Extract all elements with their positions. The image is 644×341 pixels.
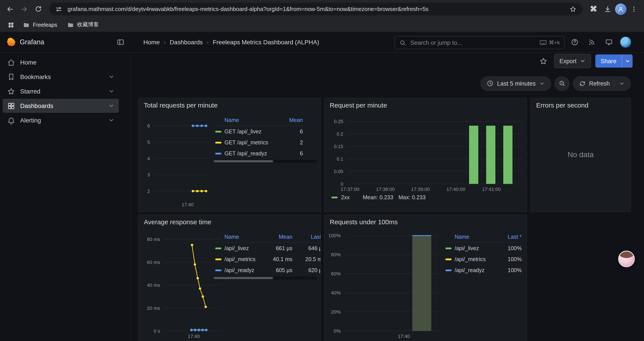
sidebar-item-label: Alerting — [20, 117, 41, 124]
browser-menu-button[interactable] — [627, 3, 640, 16]
svg-text:17:40: 17:40 — [398, 333, 410, 339]
panel-title[interactable]: Total requests per minute — [138, 98, 320, 110]
downloads-button[interactable] — [601, 3, 614, 16]
chevron-down-icon[interactable] — [108, 117, 114, 123]
search-input[interactable] — [410, 39, 536, 46]
assistant-avatar-floating[interactable] — [618, 251, 635, 267]
legend-row[interactable]: /api/_metrics 40.1 ms 20.5 ms — [215, 254, 321, 265]
svg-text:17:40: 17:40 — [182, 202, 194, 207]
news-button[interactable] — [586, 36, 598, 48]
svg-text:80%: 80% — [331, 252, 341, 257]
legend-col-mean[interactable]: Mean — [280, 117, 303, 123]
divider — [614, 79, 615, 88]
series-name: /api/_livez — [224, 245, 249, 251]
refresh-button[interactable]: Refresh — [589, 80, 610, 87]
dock-menu-button[interactable] — [114, 36, 127, 48]
legend-col-mean[interactable]: Mean — [266, 234, 292, 240]
legend-col-name[interactable]: Name — [446, 234, 494, 240]
chevron-down-icon[interactable] — [108, 74, 114, 80]
scrollbar-thumb[interactable] — [214, 277, 273, 279]
sidebar-item-alerting[interactable]: Alerting — [3, 113, 119, 127]
bookmark-blog[interactable]: 收藏博客 — [63, 19, 102, 30]
panel-title[interactable]: Requests under 100ms — [324, 215, 526, 226]
series-name: GET /api/_metrics — [224, 139, 268, 146]
chevron-down-icon[interactable] — [108, 88, 114, 94]
legend-col-name[interactable]: Name — [215, 234, 266, 240]
legend-row[interactable]: GET /api/_metrics 2 — [215, 137, 303, 148]
tune-icon — [55, 6, 62, 13]
legend-scrollbar[interactable] — [212, 276, 317, 279]
svg-text:20 ms: 20 ms — [147, 305, 160, 311]
kiosk-mode-button[interactable] — [603, 36, 615, 48]
panel-title[interactable]: Request per minute — [324, 98, 526, 110]
forward-button[interactable] — [18, 3, 31, 16]
back-button[interactable] — [4, 3, 17, 16]
reload-button[interactable] — [32, 3, 45, 16]
chevron-down-icon[interactable] — [108, 103, 114, 109]
share-button[interactable]: Share — [595, 55, 622, 68]
site-info-icon[interactable] — [54, 5, 63, 14]
svg-text:40%: 40% — [331, 290, 341, 295]
time-range-label: Last 5 minutes — [497, 80, 536, 87]
legend-inline[interactable]: 2xx Mean: 0.233 Max: 0.233 — [332, 194, 426, 201]
legend-row[interactable]: /api/_readyz 100% — [446, 265, 522, 276]
series-name: /api/_metrics — [224, 256, 256, 262]
sidebar-item-home[interactable]: Home — [3, 55, 119, 69]
scrollbar-thumb[interactable] — [214, 160, 273, 162]
legend-col-last[interactable]: Last * — [292, 234, 321, 240]
sidebar-item-bookmarks[interactable]: Bookmarks — [3, 70, 119, 84]
legend-row[interactable]: GET /api/_livez 6 — [215, 126, 303, 137]
legend-col-name[interactable]: Name — [215, 117, 280, 123]
bookmarks-bar: Freeleaps 收藏博客 — [0, 18, 644, 32]
export-button[interactable]: Export — [554, 54, 591, 68]
search-box[interactable]: ⌘+k — [394, 36, 565, 49]
request-per-minute-chart[interactable]: 0.250.20.150.10.05017:37:0017:38:0017:39… — [329, 110, 525, 198]
browser-profile-avatar[interactable] — [615, 3, 626, 15]
help-button[interactable] — [568, 36, 581, 48]
extensions-button[interactable] — [587, 3, 600, 16]
url-bar[interactable] — [49, 3, 582, 15]
chevron-down-icon — [539, 81, 545, 86]
legend-row[interactable]: /api/_metrics 100% — [446, 254, 522, 265]
share-dropdown-button[interactable] — [622, 55, 632, 68]
nav-sidebar: Home Bookmarks Starred Dashboards Alerti… — [0, 53, 131, 341]
svg-text:4: 4 — [147, 156, 150, 161]
legend-row[interactable]: /api/_livez 100% — [446, 243, 522, 254]
legend-row[interactable]: /api/_readyz 605 µs 620 µs — [215, 265, 321, 276]
series-mean: 40.1 ms — [266, 256, 292, 262]
series-last: 100% — [494, 267, 522, 273]
legend-scrollbar[interactable] — [212, 160, 317, 163]
total-requests-chart[interactable]: 6543217:40 — [143, 110, 211, 208]
requests-under-100ms-chart[interactable]: 100%80%60%40%20%0%17:40 — [329, 229, 443, 341]
sidebar-item-starred[interactable]: Starred — [3, 84, 119, 98]
favorite-dashboard-button[interactable] — [538, 55, 550, 67]
average-response-time-chart[interactable]: 80 ms60 ms40 ms20 ms0 s17:40 — [143, 229, 224, 341]
search-shortcut: ⌘+k — [540, 40, 560, 46]
svg-text:100%: 100% — [329, 233, 341, 238]
refresh-icon — [579, 80, 586, 87]
legend-row[interactable]: GET /api/_readyz 6 — [215, 148, 303, 159]
url-input[interactable] — [67, 5, 565, 13]
dashboard-actions-row: Export Share — [131, 53, 644, 69]
breadcrumb-home-link[interactable]: Home — [143, 39, 160, 46]
series-marker — [215, 131, 222, 132]
sidebar-item-dashboards[interactable]: Dashboards — [3, 99, 119, 113]
bookmark-freeleaps[interactable]: Freeleaps — [19, 20, 61, 30]
svg-text:0.15: 0.15 — [334, 144, 343, 149]
time-range-picker[interactable]: Last 5 minutes — [480, 76, 551, 91]
breadcrumb-dashboards-link[interactable]: Dashboards — [170, 39, 203, 46]
series-marker — [446, 247, 452, 249]
series-marker — [446, 258, 452, 260]
panel-request-per-minute: Request per minute 0.250.20.150.10.05017… — [324, 98, 527, 212]
grafana-brand[interactable]: Grafana — [6, 37, 44, 47]
refresh-interval-dropdown[interactable] — [619, 81, 625, 86]
bookmark-star-button[interactable] — [568, 5, 577, 14]
apps-button[interactable] — [5, 19, 17, 31]
panel-title[interactable]: Average response time — [138, 215, 320, 226]
user-avatar[interactable] — [620, 37, 631, 48]
legend-col-last[interactable]: Last * — [494, 234, 522, 240]
zoom-out-time-button[interactable] — [554, 76, 569, 91]
legend-row[interactable]: /api/_livez 661 µs 646 µs — [215, 243, 321, 254]
clock-icon — [486, 80, 494, 87]
share-label: Share — [600, 58, 616, 64]
